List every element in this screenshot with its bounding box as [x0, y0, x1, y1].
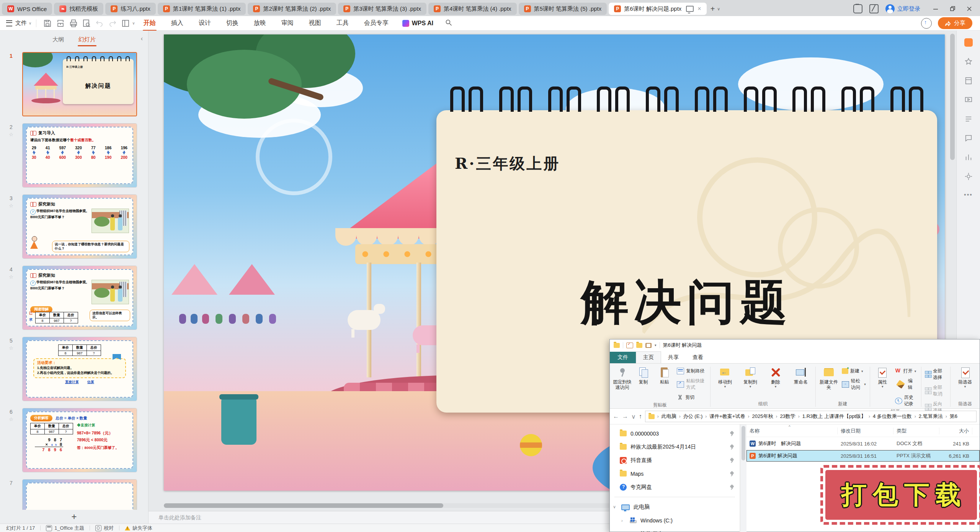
scrollbar-thumb[interactable]	[164, 503, 443, 508]
select-none-button[interactable]: 全部取消	[923, 384, 948, 398]
move-to-button[interactable]: 移动到▾	[713, 365, 737, 390]
nav-item-douyin[interactable]: 抖音直播	[610, 454, 740, 467]
tab-document-4[interactable]: 第3课时 笔算乘法 (3) .pptx	[338, 3, 426, 15]
thumbnail-canvas[interactable]: 探究新知 7学校组织987名学生去植物园参观。8000元买门票够不够？ 说一说，…	[22, 194, 137, 259]
file-menu-button[interactable]: 文件∨	[15, 20, 31, 27]
vertical-scrollbar[interactable]	[950, 34, 955, 359]
quick-share-icon[interactable]	[964, 38, 973, 47]
save-icon[interactable]	[43, 19, 52, 28]
delete-button[interactable]: 删除▾	[763, 365, 788, 390]
slide-thumbnail-2[interactable]: 2☆ 复习导入 请说出下面各数接近哪个整十或整百数。 2930 4140 597…	[0, 123, 144, 188]
cut-button[interactable]: 剪切	[675, 394, 708, 401]
column-type[interactable]: 类型	[893, 428, 939, 434]
upload-cloud-icon[interactable]	[921, 18, 932, 29]
chevron-down-icon[interactable]: ▾	[655, 343, 657, 347]
thumbnail-canvas[interactable]: R·三年级上册 解决问题	[22, 52, 137, 116]
back-icon[interactable]: ←	[613, 413, 619, 420]
print-icon[interactable]	[69, 19, 78, 28]
properties-button[interactable]: 属性▾	[872, 365, 893, 390]
forward-icon[interactable]: →	[622, 413, 628, 420]
print-preview-icon[interactable]	[82, 19, 91, 28]
star-icon[interactable]: ☆	[0, 416, 22, 422]
more-tools-icon[interactable]: •••	[964, 191, 973, 198]
explorer-tab-view[interactable]: 查看	[686, 352, 710, 363]
breadcrumb-item[interactable]: 1.R3数上 上课课件【ppt版】	[802, 413, 866, 420]
scrollbar-thumb[interactable]	[950, 34, 955, 160]
pin-to-quick-access-button[interactable]: 固定到快速访问	[612, 365, 632, 392]
file-row-docx[interactable]: W第6课时 解决问题 2025/8/31 16:02 DOCX 文档 241 K…	[746, 438, 980, 449]
explorer-tab-share[interactable]: 共享	[661, 352, 686, 363]
new-tab-button[interactable]: +∨	[710, 5, 720, 13]
chart-helper-icon[interactable]	[964, 153, 973, 162]
workspace-icon[interactable]	[869, 4, 879, 13]
theme-indicator[interactable]: 1_Office 主题	[46, 525, 84, 532]
menu-slideshow[interactable]: 放映	[253, 16, 267, 30]
restore-button[interactable]	[944, 2, 961, 15]
outline-pane-icon[interactable]	[964, 115, 973, 123]
nav-item-quark[interactable]: 夸克网盘	[610, 480, 740, 494]
breadcrumb-item[interactable]: 2025年秋	[752, 413, 773, 420]
paste-shortcut-button[interactable]: 粘贴快捷方式	[675, 377, 708, 391]
explorer-tab-home[interactable]: 主页	[636, 351, 661, 363]
thumbnail-canvas[interactable]: 分析解答 总价 = 单价 × 数量 单价数量总价 8987? 9 8 7	[22, 408, 137, 472]
slide-thumbnail-6[interactable]: 6☆ 分析解答 总价 = 单价 × 数量 单价数量总价 8987?	[0, 408, 144, 472]
nav-item-folder[interactable]: 种族大战最新2025-4月14日	[610, 440, 740, 454]
search-icon[interactable]	[445, 19, 452, 28]
tab-wps-home[interactable]: WPS Office	[2, 3, 52, 15]
history-button[interactable]: 历史记录	[893, 394, 919, 408]
paste-button[interactable]: 粘贴	[654, 365, 675, 386]
slide-title-text[interactable]: 解决问题	[436, 271, 937, 335]
tab-document-1[interactable]: 练习八.pptx	[105, 3, 156, 15]
thumbnail-canvas[interactable]	[22, 479, 137, 510]
proofing-button[interactable]: 校对	[95, 525, 114, 532]
file-row-pptx-selected[interactable]: P第6课时 解决问题 2025/8/31 16:51 PPTX 演示文稿 6,2…	[746, 450, 980, 462]
copy-path-button[interactable]: 复制路径	[675, 367, 708, 375]
tab-document-6[interactable]: 第5课时 笔算乘法 (5) .pptx	[519, 3, 607, 15]
slide-thumbnail-7[interactable]: 7	[0, 479, 144, 510]
template-library-icon[interactable]	[964, 77, 973, 85]
open-button[interactable]: 打开▾	[893, 367, 919, 375]
star-icon[interactable]: ☆	[0, 203, 22, 209]
panel-layout-icon[interactable]	[121, 19, 130, 28]
quick-access-properties-icon[interactable]	[626, 343, 633, 348]
tab-document-3[interactable]: 第2课时 笔算乘法 (2) .pptx	[248, 3, 336, 15]
share-button[interactable]: 分享	[938, 17, 972, 29]
easy-access-button[interactable]: 轻松访问▾	[840, 377, 867, 391]
animation-pane-icon[interactable]	[964, 96, 973, 104]
close-tab-icon[interactable]: ×	[697, 5, 701, 12]
column-date[interactable]: 修改日期	[838, 428, 893, 434]
settings-icon[interactable]	[964, 172, 973, 181]
menu-transition[interactable]: 切换	[225, 16, 239, 30]
slide-thumbnail-1[interactable]: 1 R·三年级上册 解决问题	[0, 52, 144, 116]
quick-access-paste-icon[interactable]	[645, 343, 652, 348]
tab-document-2[interactable]: 第1课时 笔算乘法 (1) .pptx	[158, 3, 246, 15]
menu-home[interactable]: 开始	[143, 16, 157, 30]
explorer-tab-file[interactable]: 文件	[610, 352, 636, 363]
star-favorites-icon[interactable]	[964, 57, 973, 66]
breadcrumb-item[interactable]: 此电脑	[662, 413, 676, 420]
column-name[interactable]: 名称	[746, 428, 838, 434]
up-icon[interactable]: ↑	[639, 413, 642, 420]
textbook-label[interactable]: R·三年级上册	[455, 153, 560, 174]
star-icon[interactable]: ☆	[0, 274, 22, 280]
hamburger-icon[interactable]	[6, 20, 12, 26]
login-button[interactable]: 立即登录	[885, 4, 920, 13]
export-icon[interactable]	[56, 19, 65, 28]
slide-thumbnail-5[interactable]: 5☆ 单价数量总价 8987? 活动要求： 1.先独立尝试解决问题。 2.再在小…	[0, 337, 144, 401]
chevron-down-icon[interactable]: ∨	[717, 7, 720, 11]
menu-view[interactable]: 视图	[308, 16, 322, 30]
nav-item-folder[interactable]: Maps	[610, 467, 740, 480]
star-icon[interactable]: ☆	[0, 132, 22, 137]
chevron-collapsed-icon[interactable]: ›	[621, 518, 626, 523]
breadcrumb-item[interactable]: 23数学	[780, 413, 795, 420]
wps-ai-button[interactable]: WPS AI	[402, 20, 433, 27]
thumbnail-canvas[interactable]: 探究新知 7学校组织987名学生去植物园参观。8000元买门票够不够？ 阅读理解…	[22, 266, 137, 330]
edit-button[interactable]: 编辑	[893, 377, 919, 391]
nav-scrollbar[interactable]	[740, 424, 746, 532]
thumbnail-canvas[interactable]: 复习导入 请说出下面各数接近哪个整十或整百数。 2930 4140 597600…	[22, 123, 137, 188]
menu-review[interactable]: 审阅	[281, 16, 294, 30]
nav-item-drive-c[interactable]: ›Windows (C:)	[610, 514, 740, 527]
breadcrumb[interactable]: › 此电脑› 办公 (E:)› 课件+教案+试卷› 2025年秋› 23数学› …	[645, 411, 977, 422]
breadcrumb-item[interactable]: 第6	[950, 413, 957, 420]
menu-tools[interactable]: 工具	[336, 16, 350, 30]
